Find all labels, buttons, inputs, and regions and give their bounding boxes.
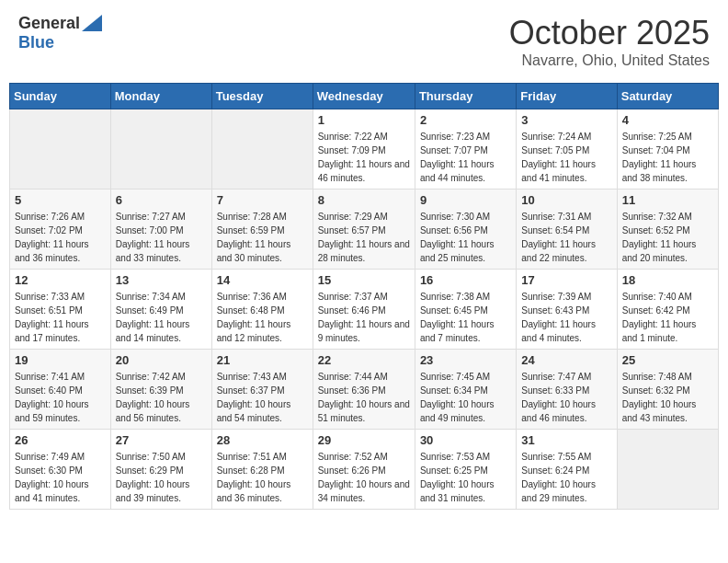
calendar-day-19: 19Sunrise: 7:41 AMSunset: 6:40 PMDayligh…	[10, 350, 111, 430]
day-number: 25	[622, 353, 713, 367]
cell-info: Sunrise: 7:38 AMSunset: 6:45 PMDaylight:…	[420, 290, 511, 345]
col-header-friday: Friday	[517, 84, 617, 109]
day-number: 29	[318, 433, 410, 447]
calendar-day-16: 16Sunrise: 7:38 AMSunset: 6:45 PMDayligh…	[415, 270, 516, 350]
day-number: 6	[116, 193, 207, 207]
calendar-day-28: 28Sunrise: 7:51 AMSunset: 6:28 PMDayligh…	[211, 430, 313, 510]
day-number: 27	[116, 433, 207, 447]
cell-info: Sunrise: 7:41 AMSunset: 6:40 PMDaylight:…	[15, 370, 106, 425]
logo-general-text: General	[18, 14, 80, 33]
day-number: 16	[420, 273, 511, 287]
day-number: 20	[116, 353, 207, 367]
col-header-saturday: Saturday	[617, 84, 718, 109]
calendar-day-30: 30Sunrise: 7:53 AMSunset: 6:25 PMDayligh…	[415, 430, 516, 510]
day-number: 5	[15, 193, 106, 207]
cell-info: Sunrise: 7:24 AMSunset: 7:05 PMDaylight:…	[521, 130, 611, 185]
day-number: 9	[420, 193, 511, 207]
page-header: General Blue October 2025 Navarre, Ohio,…	[9, 9, 719, 74]
col-header-tuesday: Tuesday	[211, 84, 313, 109]
calendar-day-3: 3Sunrise: 7:24 AMSunset: 7:05 PMDaylight…	[517, 109, 617, 190]
day-number: 26	[15, 433, 106, 447]
calendar-day-17: 17Sunrise: 7:39 AMSunset: 6:43 PMDayligh…	[517, 270, 617, 350]
cell-info: Sunrise: 7:40 AMSunset: 6:42 PMDaylight:…	[622, 290, 713, 345]
calendar-day-13: 13Sunrise: 7:34 AMSunset: 6:49 PMDayligh…	[110, 270, 211, 350]
day-number: 14	[217, 273, 308, 287]
cell-info: Sunrise: 7:52 AMSunset: 6:26 PMDaylight:…	[318, 450, 410, 505]
calendar-day-empty	[617, 430, 718, 510]
title-block: October 2025 Navarre, Ohio, United State…	[509, 14, 710, 69]
calendar-day-12: 12Sunrise: 7:33 AMSunset: 6:51 PMDayligh…	[10, 270, 111, 350]
calendar-day-21: 21Sunrise: 7:43 AMSunset: 6:37 PMDayligh…	[211, 350, 313, 430]
calendar-day-29: 29Sunrise: 7:52 AMSunset: 6:26 PMDayligh…	[313, 430, 415, 510]
col-header-wednesday: Wednesday	[313, 84, 415, 109]
calendar-day-15: 15Sunrise: 7:37 AMSunset: 6:46 PMDayligh…	[313, 270, 415, 350]
day-number: 10	[521, 193, 611, 207]
calendar-day-26: 26Sunrise: 7:49 AMSunset: 6:30 PMDayligh…	[10, 430, 111, 510]
month-title: October 2025	[509, 14, 710, 52]
cell-info: Sunrise: 7:25 AMSunset: 7:04 PMDaylight:…	[622, 130, 713, 185]
calendar-day-empty	[110, 109, 211, 190]
calendar-day-24: 24Sunrise: 7:47 AMSunset: 6:33 PMDayligh…	[517, 350, 617, 430]
cell-info: Sunrise: 7:49 AMSunset: 6:30 PMDaylight:…	[15, 450, 106, 505]
calendar-week-row: 19Sunrise: 7:41 AMSunset: 6:40 PMDayligh…	[10, 350, 719, 430]
cell-info: Sunrise: 7:28 AMSunset: 6:59 PMDaylight:…	[217, 210, 308, 265]
calendar-day-10: 10Sunrise: 7:31 AMSunset: 6:54 PMDayligh…	[517, 190, 617, 270]
day-number: 18	[622, 273, 713, 287]
calendar-table: SundayMondayTuesdayWednesdayThursdayFrid…	[9, 83, 719, 510]
day-number: 28	[217, 433, 308, 447]
day-number: 24	[521, 353, 611, 367]
cell-info: Sunrise: 7:50 AMSunset: 6:29 PMDaylight:…	[116, 450, 207, 505]
logo: General Blue	[18, 14, 102, 52]
calendar-day-4: 4Sunrise: 7:25 AMSunset: 7:04 PMDaylight…	[617, 109, 718, 190]
calendar-day-1: 1Sunrise: 7:22 AMSunset: 7:09 PMDaylight…	[313, 109, 415, 190]
day-number: 13	[116, 273, 207, 287]
cell-info: Sunrise: 7:33 AMSunset: 6:51 PMDaylight:…	[15, 290, 106, 345]
day-number: 15	[318, 273, 410, 287]
day-number: 1	[318, 113, 410, 127]
col-header-sunday: Sunday	[10, 84, 111, 109]
calendar-day-31: 31Sunrise: 7:55 AMSunset: 6:24 PMDayligh…	[517, 430, 617, 510]
location-subtitle: Navarre, Ohio, United States	[509, 52, 710, 69]
calendar-day-5: 5Sunrise: 7:26 AMSunset: 7:02 PMDaylight…	[10, 190, 111, 270]
day-number: 12	[15, 273, 106, 287]
calendar-day-empty	[10, 109, 111, 190]
cell-info: Sunrise: 7:55 AMSunset: 6:24 PMDaylight:…	[521, 450, 611, 505]
calendar-week-row: 26Sunrise: 7:49 AMSunset: 6:30 PMDayligh…	[10, 430, 719, 510]
cell-info: Sunrise: 7:23 AMSunset: 7:07 PMDaylight:…	[420, 130, 511, 185]
day-number: 30	[420, 433, 511, 447]
calendar-day-20: 20Sunrise: 7:42 AMSunset: 6:39 PMDayligh…	[110, 350, 211, 430]
cell-info: Sunrise: 7:32 AMSunset: 6:52 PMDaylight:…	[622, 210, 713, 265]
cell-info: Sunrise: 7:51 AMSunset: 6:28 PMDaylight:…	[217, 450, 308, 505]
day-number: 11	[622, 193, 713, 207]
col-header-monday: Monday	[110, 84, 211, 109]
cell-info: Sunrise: 7:31 AMSunset: 6:54 PMDaylight:…	[521, 210, 611, 265]
calendar-day-22: 22Sunrise: 7:44 AMSunset: 6:36 PMDayligh…	[313, 350, 415, 430]
calendar-day-25: 25Sunrise: 7:48 AMSunset: 6:32 PMDayligh…	[617, 350, 718, 430]
calendar-day-8: 8Sunrise: 7:29 AMSunset: 6:57 PMDaylight…	[313, 190, 415, 270]
col-header-thursday: Thursday	[415, 84, 516, 109]
calendar-day-7: 7Sunrise: 7:28 AMSunset: 6:59 PMDaylight…	[211, 190, 313, 270]
day-number: 21	[217, 353, 308, 367]
day-number: 7	[217, 193, 308, 207]
cell-info: Sunrise: 7:36 AMSunset: 6:48 PMDaylight:…	[217, 290, 308, 345]
day-number: 22	[318, 353, 410, 367]
logo-icon	[82, 15, 102, 31]
day-number: 17	[521, 273, 611, 287]
cell-info: Sunrise: 7:30 AMSunset: 6:56 PMDaylight:…	[420, 210, 511, 265]
day-number: 3	[521, 113, 611, 127]
calendar-day-2: 2Sunrise: 7:23 AMSunset: 7:07 PMDaylight…	[415, 109, 516, 190]
cell-info: Sunrise: 7:44 AMSunset: 6:36 PMDaylight:…	[318, 370, 410, 425]
cell-info: Sunrise: 7:26 AMSunset: 7:02 PMDaylight:…	[15, 210, 106, 265]
day-number: 19	[15, 353, 106, 367]
cell-info: Sunrise: 7:43 AMSunset: 6:37 PMDaylight:…	[217, 370, 308, 425]
cell-info: Sunrise: 7:45 AMSunset: 6:34 PMDaylight:…	[420, 370, 511, 425]
calendar-week-row: 1Sunrise: 7:22 AMSunset: 7:09 PMDaylight…	[10, 109, 719, 190]
cell-info: Sunrise: 7:48 AMSunset: 6:32 PMDaylight:…	[622, 370, 713, 425]
cell-info: Sunrise: 7:39 AMSunset: 6:43 PMDaylight:…	[521, 290, 611, 345]
cell-info: Sunrise: 7:42 AMSunset: 6:39 PMDaylight:…	[116, 370, 207, 425]
calendar-day-11: 11Sunrise: 7:32 AMSunset: 6:52 PMDayligh…	[617, 190, 718, 270]
calendar-header-row: SundayMondayTuesdayWednesdayThursdayFrid…	[10, 84, 719, 109]
cell-info: Sunrise: 7:47 AMSunset: 6:33 PMDaylight:…	[521, 370, 611, 425]
day-number: 8	[318, 193, 410, 207]
cell-info: Sunrise: 7:34 AMSunset: 6:49 PMDaylight:…	[116, 290, 207, 345]
